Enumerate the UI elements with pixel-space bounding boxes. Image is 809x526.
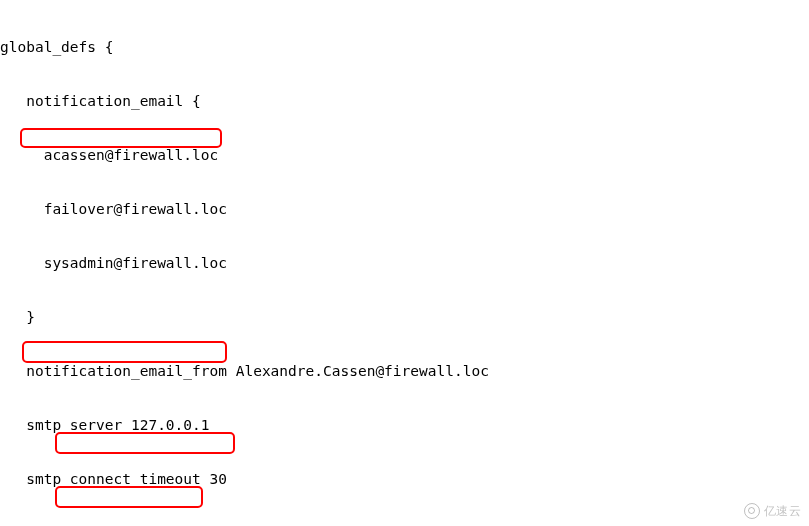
code-line: acassen@firewall.loc <box>0 146 809 164</box>
cloud-icon <box>744 503 760 519</box>
code-line: global_defs { <box>0 38 809 56</box>
code-line: failover@firewall.loc <box>0 200 809 218</box>
code-line: sysadmin@firewall.loc <box>0 254 809 272</box>
code-line: notification_email_from Alexandre.Cassen… <box>0 362 809 380</box>
code-line: notification_email { <box>0 92 809 110</box>
code-line: smtp_server 127.0.0.1 <box>0 416 809 434</box>
watermark-text: 亿速云 <box>764 502 802 520</box>
config-code: global_defs { notification_email { acass… <box>0 0 809 526</box>
watermark: 亿速云 <box>744 502 802 520</box>
code-line: smtp_connect_timeout 30 <box>0 470 809 488</box>
code-line: } <box>0 308 809 326</box>
